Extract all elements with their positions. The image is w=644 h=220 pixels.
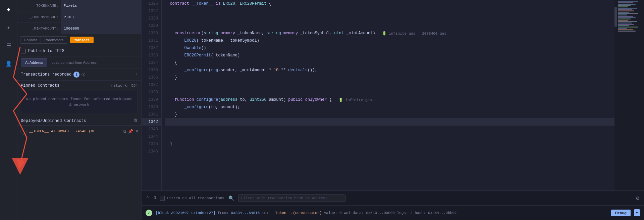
contract-actions: ⧉ 📌 ✕	[123, 129, 139, 134]
sidebar-icons-panel: ◆ ✦ ☰ 👤	[0, 0, 17, 220]
transactions-chevron-icon: ›	[136, 72, 138, 77]
mintamount-label: _MINTAMOUNT:	[17, 25, 61, 33]
left-panel: _TOKENNAME: Pixels _TOKENSYMBOL: PIXEL _…	[17, 0, 142, 220]
line-num-1342: 1342	[142, 118, 161, 126]
transact-button[interactable]: transact	[70, 37, 94, 43]
code-line-1341: }	[165, 111, 614, 118]
code-line-1338	[165, 89, 614, 96]
main-content-area: 1326 1327 1328 1329 1330 1331 1332 1333 …	[142, 0, 644, 220]
line-num-1340: 1340	[142, 103, 161, 111]
settings-icon-button[interactable]: ⚙	[636, 195, 640, 201]
tokenname-field-row: _TOKENNAME: Pixels	[17, 0, 141, 11]
code-line-1343	[165, 126, 614, 133]
line-num-1344: 1344	[142, 133, 161, 140]
listen-checkbox-row: Listen on all transactions	[160, 196, 224, 201]
no-pinned-message: No pinned contracts found for selected w…	[21, 91, 138, 113]
deployed-contracts-title: Deployed/Unpinned Contracts	[21, 119, 86, 123]
listen-checkbox[interactable]	[160, 196, 165, 201]
line-num-1343: 1343	[142, 126, 161, 133]
sidebar-icon-profile[interactable]: 👤	[3, 58, 15, 70]
transaction-count: 0	[154, 196, 156, 201]
transactions-recorded-section[interactable]: Transactions recorded 2 ⓘ ›	[17, 69, 141, 81]
deployed-contracts-section: Deployed/Unpinned Contracts 🗑	[17, 116, 141, 126]
tokensymbol-value: PIXEL	[61, 11, 141, 23]
expand-tx-button[interactable]: ▾	[634, 209, 640, 216]
contract-expand-icon[interactable]: ›	[20, 128, 27, 135]
transactions-recorded-label: Transactions recorded	[21, 72, 71, 77]
code-line-1342	[165, 118, 614, 126]
line-num-1341: 1341	[142, 111, 161, 118]
sidebar-icon-plugins[interactable]: ✦	[3, 21, 15, 34]
line-num-1328: 1328	[142, 15, 161, 22]
line-numbers-gutter: 1326 1327 1328 1329 1330 1331 1332 1333 …	[142, 0, 162, 190]
code-line-1332: Ownable()	[165, 44, 614, 52]
code-line-1327	[165, 7, 614, 15]
search-icon-button[interactable]: 🔍	[228, 195, 234, 201]
code-line-1328	[165, 15, 614, 22]
ipfs-checkbox[interactable]	[21, 49, 25, 53]
pinned-contracts-network: (network: 56)	[109, 84, 138, 88]
tokensymbol-label: _TOKENSYMBOL:	[17, 13, 61, 21]
tx-success-icon: ✓	[146, 210, 152, 216]
at-address-button[interactable]: At Address	[21, 58, 47, 67]
debug-button[interactable]: Debug	[611, 210, 631, 216]
line-num-1333: 1333	[142, 52, 161, 59]
code-line-1339: function configure(address to, uint256 a…	[165, 96, 614, 103]
code-content-area[interactable]: contract __Token__ is ERC20, ERC20Permit…	[162, 0, 614, 190]
pinned-contracts-section: Pinned Contracts (network: 56) No pinned…	[17, 81, 141, 116]
parameters-button[interactable]: Parameters	[41, 36, 67, 44]
pinned-contracts-header: Pinned Contracts (network: 56)	[21, 83, 138, 88]
load-contract-button[interactable]: Load contract from Address	[49, 59, 99, 66]
code-line-1333: ERC20Permit(_tokenName)	[165, 52, 614, 59]
tx-log-bar: ✓ [block:39921607 txIndex:27] from: 0x83…	[142, 205, 644, 220]
action-buttons-row: Calldata Parameters transact	[17, 34, 141, 46]
contract-pin-button[interactable]: 📌	[128, 129, 133, 134]
pinned-contracts-title: Pinned Contracts	[21, 83, 59, 88]
scrollbar-track[interactable]	[614, 0, 617, 190]
mintamount-value: 1000000	[61, 23, 141, 34]
mintamount-field-row: _MINTAMOUNT: 1000000	[17, 23, 141, 34]
bottom-filter-bar: ⌃ 0 Listen on all transactions 🔍 ⚙	[142, 190, 644, 205]
code-line-1346	[165, 148, 614, 155]
ipfs-label: Publish to IPFS	[28, 49, 64, 53]
code-line-1326: contract __Token__ is ERC20, ERC20Permit…	[165, 0, 614, 7]
code-line-1344	[165, 133, 614, 140]
code-line-1330: constructor(string memory _tokenName, st…	[165, 30, 614, 37]
tokenname-value: Pixels	[61, 0, 141, 11]
code-line-1337	[165, 81, 614, 89]
line-num-1330: 1330	[142, 30, 161, 37]
line-num-1327: 1327	[142, 7, 161, 15]
line-num-1337: 1337	[142, 81, 161, 89]
line-num-1336: 1336	[142, 74, 161, 81]
code-editor-area: 1326 1327 1328 1329 1330 1331 1332 1333 …	[142, 0, 644, 190]
sidebar-icon-files[interactable]: ☰	[3, 40, 15, 52]
address-row: At Address Load contract from Address	[17, 56, 141, 69]
tokensymbol-field-row: _TOKENSYMBOL: PIXEL	[17, 11, 141, 23]
code-line-1345: }	[165, 140, 614, 148]
line-num-1331: 1331	[142, 37, 161, 44]
transactions-info-icon: ⓘ	[82, 72, 85, 77]
calldata-button[interactable]: Calldata	[20, 36, 41, 44]
contract-copy-button[interactable]: ⧉	[123, 129, 126, 134]
line-num-1334: 1334	[142, 59, 161, 67]
code-line-1334: {	[165, 59, 614, 67]
scrollbar-thumb	[614, 7, 617, 27]
transactions-count-badge: 2	[73, 72, 79, 78]
code-line-1335: _configure(msg.sender, _mintAmount * 10 …	[165, 67, 614, 74]
line-num-1345: 1345	[142, 140, 161, 148]
code-line-1331: ERC20(_tokenName, _tokenSymbol)	[165, 37, 614, 44]
listen-label: Listen on all transactions	[167, 196, 224, 200]
trash-icon[interactable]: 🗑	[133, 118, 138, 123]
line-num-1338: 1338	[142, 89, 161, 96]
line-num-1346: 1346	[142, 148, 161, 155]
tokenname-label: _TOKENNAME:	[17, 2, 61, 10]
contract-remove-button[interactable]: ✕	[135, 129, 139, 134]
collapse-button[interactable]: ⌃	[146, 195, 150, 201]
contract-item: › __TOKEN__ AT 0X9AD...74546 (BL ⧉ 📌 ✕	[17, 126, 141, 137]
line-num-1339: 1339	[142, 96, 161, 103]
filter-input[interactable]	[238, 194, 345, 202]
sidebar-icon-home[interactable]: ◆	[3, 3, 15, 15]
transactions-recorded-title: Transactions recorded 2 ⓘ	[21, 72, 85, 78]
line-num-1332: 1332	[142, 44, 161, 52]
tx-log-text: [block:39921607 txIndex:27] from: 0x834.…	[156, 211, 608, 215]
